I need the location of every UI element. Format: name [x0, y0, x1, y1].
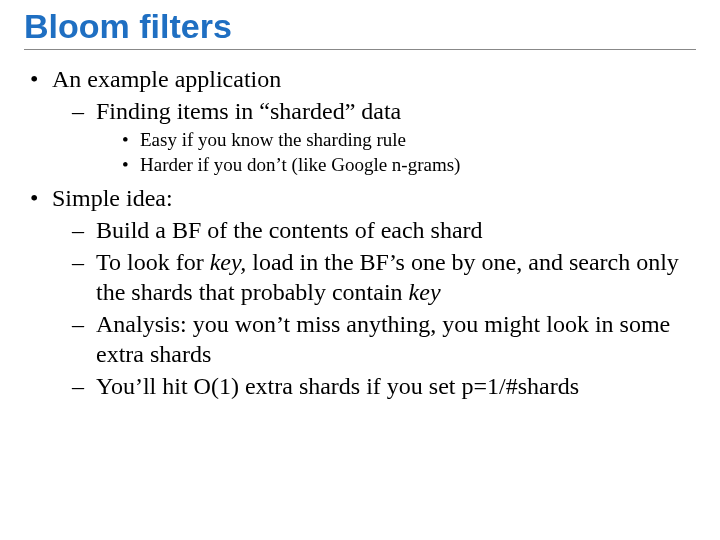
slide-title: Bloom filters — [24, 8, 696, 45]
bullet-l2: Analysis: you won’t miss anything, you m… — [70, 309, 696, 369]
bullet-text: Simple idea: — [52, 185, 173, 211]
bullet-text: An example application — [52, 66, 281, 92]
bullet-text: Analysis: you won’t miss anything, you m… — [96, 311, 670, 367]
bullet-text: Harder if you don’t (like Google n-grams… — [140, 154, 460, 175]
bullet-l3: Harder if you don’t (like Google n-grams… — [120, 153, 696, 177]
bullet-l3: Easy if you know the sharding rule — [120, 128, 696, 152]
bullet-text: Build a BF of the contents of each shard — [96, 217, 483, 243]
bullet-sublist: Build a BF of the contents of each shard… — [70, 215, 696, 401]
bullet-sublist: Easy if you know the sharding rule Harde… — [120, 128, 696, 177]
slide: Bloom filters An example application Fin… — [0, 0, 720, 401]
bullet-text: You’ll hit O(1) extra shards if you set … — [96, 373, 579, 399]
bullet-l2: Build a BF of the contents of each shard — [70, 215, 696, 245]
italic-key: key, — [210, 249, 247, 275]
bullet-l1: Simple idea: Build a BF of the contents … — [24, 183, 696, 401]
bullet-text: To look for — [96, 249, 210, 275]
title-rule — [24, 49, 696, 50]
italic-key: key — [409, 279, 441, 305]
bullet-text: Finding items in “sharded” data — [96, 98, 401, 124]
bullet-l2: To look for key, load in the BF’s one by… — [70, 247, 696, 307]
bullet-text: Easy if you know the sharding rule — [140, 129, 406, 150]
bullet-l2: You’ll hit O(1) extra shards if you set … — [70, 371, 696, 401]
bullet-sublist: Finding items in “sharded” data Easy if … — [70, 96, 696, 177]
bullet-l1: An example application Finding items in … — [24, 64, 696, 177]
bullet-list: An example application Finding items in … — [24, 64, 696, 401]
bullet-l2: Finding items in “sharded” data Easy if … — [70, 96, 696, 177]
